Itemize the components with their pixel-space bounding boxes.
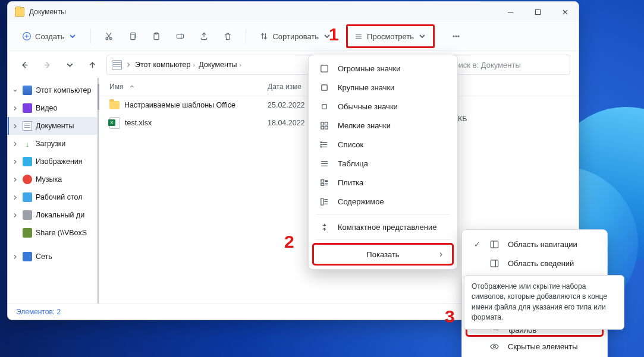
new-label: Создать [35,32,64,41]
document-icon [23,121,32,131]
view-label: Просмотреть [367,32,414,41]
separator [90,29,91,43]
menu-item-xlarge-icons[interactable]: Огромные значки [312,59,454,78]
svg-rect-22 [321,179,324,182]
video-icon [23,103,32,113]
close-button[interactable] [551,2,579,22]
navigation-pane[interactable]: Этот компьютер Видео Документы Загрузки … [8,78,98,304]
svg-rect-7 [177,34,184,38]
menu-item-show[interactable]: Показать [312,243,454,266]
cut-button[interactable] [98,26,120,46]
copy-button[interactable] [122,26,143,46]
svg-point-21 [321,146,322,147]
file-name: test.xlsx [125,119,152,127]
file-date: 25.02.2022 [257,101,305,109]
share-icon [23,228,32,238]
sidebar-root[interactable]: Этот компьютер [8,81,97,99]
search-placeholder: Поиск в: Документы [449,61,521,69]
annotation-one: 1 [329,24,339,45]
command-bar: Создать Сортировать 1 Просмотреть [8,22,579,51]
view-button[interactable]: Просмотреть [346,24,435,48]
sort-button[interactable]: Сортировать [253,26,338,46]
back-button[interactable] [16,56,33,73]
download-icon [23,139,32,149]
tooltip-extensions: Отображение или скрытие набора символов,… [464,275,624,330]
recent-button[interactable] [61,56,78,73]
sidebar-item-share[interactable]: Share (\\VBoxS [8,224,97,242]
sidebar-item-video[interactable]: Видео [8,99,97,117]
menu-item-small-icons[interactable]: Мелкие значки [312,116,454,135]
svg-point-10 [458,36,459,37]
up-button[interactable] [84,56,100,73]
disk-icon [23,210,32,220]
submenu-item-details-pane[interactable]: Область сведений [466,254,604,273]
sidebar-item-localdisk[interactable]: Локальный ди [8,206,97,224]
svg-rect-25 [491,241,498,247]
file-size-unit: КБ [458,115,467,123]
folder-icon [15,7,24,17]
network-icon [23,252,32,261]
svg-rect-16 [325,122,328,125]
pc-icon [23,86,32,95]
svg-rect-14 [322,104,327,109]
music-icon [23,175,32,184]
separator [246,29,246,43]
sidebar-item-network[interactable]: Сеть [8,248,97,266]
folder-icon [109,101,120,109]
maximize-button[interactable] [524,2,551,22]
menu-item-tiles[interactable]: Плитка [312,173,454,192]
annotation-three: 3 [445,307,455,327]
svg-rect-18 [325,126,328,129]
desktop-icon [23,192,32,202]
delete-button[interactable] [217,26,238,46]
svg-rect-23 [321,183,324,185]
menu-item-content[interactable]: Содержимое [312,192,454,211]
desktop: Документы Создать Сорти [0,0,644,357]
menu-item-medium-icons[interactable]: Обычные значки [312,97,454,116]
menu-item-details[interactable]: Таблица [312,154,454,173]
rename-button[interactable] [169,26,191,46]
annotation-two: 2 [284,232,294,252]
forward-button[interactable] [39,56,55,73]
splitter[interactable] [98,84,99,110]
sidebar-item-images[interactable]: Изображения [8,153,97,170]
submenu-item-nav-pane[interactable]: ✓ Область навигации [466,235,604,254]
file-name: Настраиваемые шаблоны Office [124,101,235,109]
column-date[interactable]: Дата изме [257,83,301,91]
svg-rect-12 [321,65,328,71]
svg-rect-24 [321,198,323,204]
share-button[interactable] [193,26,215,46]
view-menu: Огромные значки Крупные значки Обычные з… [308,55,458,270]
sidebar-item-desktop[interactable]: Рабочий стол [8,188,97,206]
svg-point-20 [321,144,322,145]
breadcrumb-root[interactable]: Этот компьютер› [135,61,195,69]
svg-rect-17 [321,126,324,129]
document-icon [112,60,122,70]
menu-item-list[interactable]: Список [312,135,454,154]
minimize-button[interactable] [497,2,524,22]
sidebar-item-documents[interactable]: Документы [8,117,97,135]
sidebar-item-music[interactable]: Музыка [8,170,97,188]
sort-label: Сортировать [272,32,319,41]
menu-separator [316,239,450,240]
more-button[interactable] [445,26,467,46]
svg-point-9 [455,36,457,37]
new-button[interactable]: Создать [16,26,83,46]
menu-item-compact[interactable]: Компактное представление [312,217,454,236]
submenu-item-hidden[interactable]: Скрытые элементы [466,337,604,356]
svg-point-8 [453,36,454,37]
svg-rect-0 [535,10,540,14]
window-title: Документы [29,8,66,16]
menu-separator [316,214,450,214]
menu-item-large-icons[interactable]: Крупные значки [312,78,454,97]
svg-rect-26 [491,260,498,266]
svg-rect-4 [131,34,135,40]
sort-indicator-icon [129,84,135,90]
sidebar-item-downloads[interactable]: Загрузки [8,135,97,153]
paste-button[interactable] [146,26,167,46]
column-name[interactable]: Имя [99,83,257,91]
file-date: 18.04.2022 [257,119,305,127]
breadcrumb-current[interactable]: Документы› [199,61,241,69]
navigation-row: Этот компьютер› Документы› Поиск в: Доку… [8,51,579,78]
titlebar[interactable]: Документы [8,2,579,22]
